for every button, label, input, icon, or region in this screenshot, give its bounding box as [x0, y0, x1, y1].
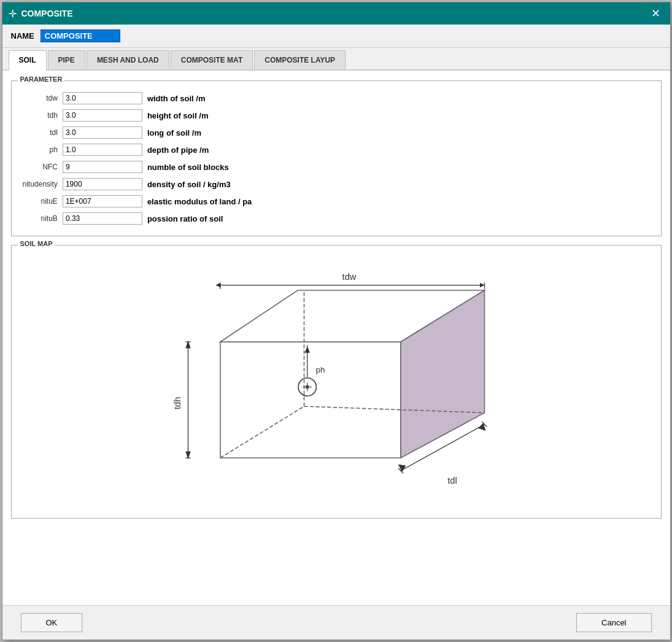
param-row-tdh: tdh height of soil /m [20, 107, 255, 124]
name-input[interactable] [41, 29, 120, 42]
svg-text:tdh: tdh [172, 397, 182, 409]
tab-pipe[interactable]: PIPE [48, 50, 85, 69]
label-ph: ph [20, 141, 60, 158]
param-row-tdw: tdw width of soil /m [20, 90, 255, 107]
svg-text:tdl: tdl [447, 476, 457, 485]
parameter-section: PARAMETER tdw width of soil /m tdh [11, 80, 662, 236]
tab-mesh-and-load[interactable]: MESH AND LOAD [87, 50, 169, 69]
param-row-nitue: nituE elastic modulus of land / pa [20, 193, 255, 210]
input-ph[interactable] [63, 144, 142, 156]
app-icon: ✛ [9, 8, 17, 20]
soil-map-diagram: tdw tdh [20, 252, 652, 509]
param-table: tdw width of soil /m tdh height of soil … [20, 90, 255, 227]
tab-composite-mat[interactable]: COMPOSITE MAT [171, 50, 253, 69]
input-tdl[interactable] [63, 126, 142, 139]
param-row-nitub: nituB possion ratio of soil [20, 210, 255, 227]
soil-svg: tdw tdh [20, 252, 652, 509]
svg-text:ph: ph [315, 365, 325, 374]
desc-tdw: width of soil /m [145, 90, 254, 107]
footer: OK Cancel [2, 605, 670, 640]
dialog-composite: ✛ COMPOSITE ✕ NAME SOIL PIPE MESH AND LO… [2, 2, 671, 640]
input-nitudensity[interactable] [63, 178, 142, 190]
tabs-bar: SOIL PIPE MESH AND LOAD COMPOSITE MAT CO… [2, 48, 670, 71]
param-row-tdl: tdl long of soil /m [20, 124, 255, 141]
label-tdw: tdw [20, 90, 60, 107]
label-nitub: nituB [20, 210, 60, 227]
input-nitub[interactable] [63, 212, 142, 225]
input-tdw[interactable] [63, 92, 142, 104]
desc-nfc: numble of soil blocks [145, 158, 254, 176]
soil-map-label: SOIL MAP [18, 240, 55, 247]
name-label: NAME [11, 31, 34, 41]
tab-soil[interactable]: SOIL [9, 50, 47, 71]
param-row-nfc: NFC numble of soil blocks [20, 158, 255, 176]
label-nfc: NFC [20, 158, 60, 176]
input-tdh[interactable] [63, 109, 142, 122]
titlebar-left: ✛ COMPOSITE [9, 8, 73, 20]
desc-tdl: long of soil /m [145, 124, 254, 141]
ok-button[interactable]: OK [21, 613, 83, 632]
input-nitue[interactable] [63, 195, 142, 207]
close-button[interactable]: ✕ [647, 6, 664, 21]
desc-nitub: possion ratio of soil [145, 210, 254, 227]
input-nfc[interactable] [63, 161, 142, 173]
name-row: NAME [2, 25, 670, 48]
soil-map-section: SOIL MAP tdw [11, 245, 662, 519]
label-nitue: nituE [20, 193, 60, 210]
cancel-button[interactable]: Cancel [576, 613, 651, 632]
desc-tdh: height of soil /m [145, 107, 254, 124]
param-row-nitudensity: nitudensity density of soil / kg/m3 [20, 176, 255, 193]
svg-marker-0 [220, 342, 401, 458]
titlebar: ✛ COMPOSITE ✕ [2, 2, 670, 25]
desc-nitudensity: density of soil / kg/m3 [145, 176, 254, 193]
label-tdl: tdl [20, 124, 60, 141]
titlebar-title: COMPOSITE [21, 9, 73, 18]
desc-nitue: elastic modulus of land / pa [145, 193, 254, 210]
label-nitudensity: nitudensity [20, 176, 60, 193]
svg-text:tdw: tdw [342, 272, 356, 282]
parameter-label: PARAMETER [18, 75, 65, 83]
desc-ph: depth of pipe /m [145, 141, 254, 158]
content-area: PARAMETER tdw width of soil /m tdh [2, 71, 670, 605]
param-row-ph: ph depth of pipe /m [20, 141, 255, 158]
label-tdh: tdh [20, 107, 60, 124]
tab-composite-layup[interactable]: COMPOSITE LAYUP [254, 50, 346, 69]
